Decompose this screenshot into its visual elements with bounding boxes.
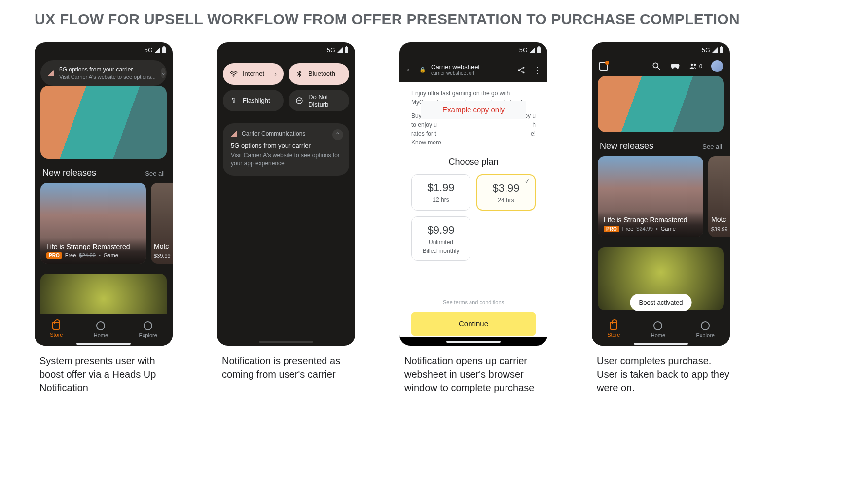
card-title: Life is Strange Remastered: [46, 243, 140, 250]
share-icon[interactable]: [517, 66, 526, 74]
hero-banner[interactable]: [598, 76, 724, 132]
plan-option-3[interactable]: $9.99 Unlimited Billed monthly: [411, 216, 470, 261]
gesture-bar: [259, 341, 313, 343]
back-icon[interactable]: ←: [405, 65, 414, 75]
boost-activated-toast: Boost activated: [630, 294, 692, 311]
know-more-link[interactable]: Know more: [411, 139, 441, 146]
nav-home[interactable]: Home: [651, 321, 665, 338]
notification-title: 5G options from your carrier: [231, 142, 341, 149]
qs-label: Flashlight: [243, 97, 270, 104]
websheet-copy: Enjoy ultra fast gaming on the go with M…: [399, 82, 547, 147]
phone-frame-1: 5G 5G options from your carrier Visit Ca…: [35, 42, 173, 346]
statusbar: 5G: [399, 42, 547, 58]
caption-2: Notification is presented as coming from…: [217, 355, 355, 381]
svg-point-9: [694, 63, 696, 66]
friends-count[interactable]: 0: [689, 63, 702, 70]
nav-explore[interactable]: Explore: [696, 321, 715, 338]
terms-link[interactable]: See terms and conditions: [399, 299, 547, 305]
continue-button[interactable]: Continue: [411, 312, 536, 336]
chevron-right-icon: ›: [274, 70, 277, 78]
search-icon[interactable]: [651, 61, 661, 71]
flow-step-1: 5G 5G options from your carrier Visit Ca…: [35, 42, 173, 394]
flow-step-2: 5G Internet › Bluetooth: [217, 42, 355, 381]
card-row: Life is Strange Remastered PRO Free $24.…: [592, 156, 730, 237]
bottom-black-bar: [399, 337, 547, 346]
original-price: $24.99: [79, 252, 96, 258]
websheet-title-box: Carrier websheet carrier websheet url: [431, 64, 480, 76]
plan-price: $9.99: [416, 224, 466, 237]
websheet-url: carrier websheet url: [431, 71, 480, 76]
see-all-link[interactable]: See all: [702, 143, 722, 150]
caption-4: User completes purchase. User is taken b…: [592, 355, 730, 394]
section-title: New releases: [600, 141, 653, 151]
separator-dot: •: [656, 226, 658, 232]
wifi-icon: [230, 70, 238, 78]
nav-store[interactable]: Store: [50, 322, 63, 338]
plan-option-2[interactable]: ✓ $3.99 24 hrs: [476, 174, 536, 211]
qs-label: Internet: [243, 70, 264, 77]
card2-price: $39.99: [711, 226, 728, 232]
card-title: Life is Strange Remastered: [604, 216, 697, 224]
hun-text: 5G options from your carrier Visit Carri…: [59, 66, 156, 80]
home-icon: [653, 321, 662, 330]
nav-label: Explore: [696, 332, 715, 338]
more-icon[interactable]: ⋮: [533, 66, 542, 74]
qs-bluetooth[interactable]: Bluetooth: [289, 63, 349, 85]
plan-option-1[interactable]: $1.99 12 hrs: [411, 174, 470, 211]
statusbar: 5G: [592, 42, 730, 58]
nav-store[interactable]: Store: [607, 322, 620, 338]
notification-app-name: Carrier Communications: [242, 130, 305, 137]
heads-up-notification[interactable]: 5G options from your carrier Visit Carri…: [40, 60, 167, 86]
plan-price: $3.99: [481, 182, 531, 195]
qs-flashlight[interactable]: Flashlight: [223, 90, 284, 111]
notification-card[interactable]: Carrier Communications ⌃ 5G options from…: [223, 123, 349, 176]
network-label: 5G: [145, 47, 153, 54]
network-label: 5G: [327, 47, 335, 54]
game-card-1[interactable]: Life is Strange Remastered PRO Free $24.…: [598, 156, 703, 237]
statusbar: 5G: [35, 42, 173, 58]
game-card-1[interactable]: Life is Strange Remastered PRO Free $24.…: [40, 183, 146, 264]
network-label: 5G: [702, 47, 710, 54]
copy-line-2b: to enjoy u: [411, 121, 437, 128]
qs-dnd[interactable]: Do Not Disturb: [289, 90, 349, 111]
signal-icon: [337, 47, 343, 53]
game-card-2[interactable]: Motc $39.99: [151, 183, 173, 264]
category-label: Game: [661, 226, 676, 232]
svg-line-7: [657, 67, 660, 70]
chevron-down-icon[interactable]: ⌄: [161, 68, 166, 78]
see-all-link[interactable]: See all: [145, 170, 165, 177]
section-header: New releases See all: [35, 164, 173, 183]
card2-title: Motc: [154, 242, 169, 250]
websheet-header: ← 🔒 Carrier websheet carrier websheet ur…: [399, 58, 547, 82]
flow-step-4: 5G 0 New releases: [592, 42, 730, 394]
free-label: Free: [622, 226, 634, 232]
store-topbar: 0: [592, 58, 730, 76]
gift-icon[interactable]: [599, 61, 609, 71]
chevron-up-icon[interactable]: ⌃: [332, 129, 343, 140]
carrier-icon: [231, 131, 237, 137]
websheet-body: Enjoy ultra fast gaming on the go with M…: [399, 82, 547, 346]
example-copy-overlay: Example copy only: [421, 101, 526, 120]
game-card-2[interactable]: Motc $39.99: [708, 156, 730, 237]
controller-icon[interactable]: [670, 61, 680, 71]
plan-duration: 24 hrs: [481, 197, 531, 204]
original-price: $24.99: [636, 226, 653, 232]
signal-icon: [712, 47, 718, 53]
websheet-actions: ⋮: [517, 66, 542, 74]
card2-price: $39.99: [154, 253, 171, 259]
carrier-icon: [47, 70, 54, 76]
hun-title: 5G options from your carrier: [59, 66, 156, 73]
avatar[interactable]: [711, 60, 723, 72]
hero-banner[interactable]: [40, 86, 167, 159]
card2-title: Motc: [711, 215, 726, 223]
gesture-bar: [446, 341, 501, 343]
friends-number: 0: [699, 63, 702, 69]
nav-home[interactable]: Home: [94, 321, 108, 338]
check-icon: ✓: [524, 178, 531, 185]
qs-internet[interactable]: Internet ›: [223, 63, 284, 85]
choose-plan-title: Choose plan: [399, 157, 547, 167]
bottom-nav: Store Home Explore: [592, 314, 730, 346]
network-label: 5G: [519, 47, 528, 54]
nav-explore[interactable]: Explore: [139, 321, 157, 338]
copy-line-2c: rates for t: [411, 130, 436, 137]
